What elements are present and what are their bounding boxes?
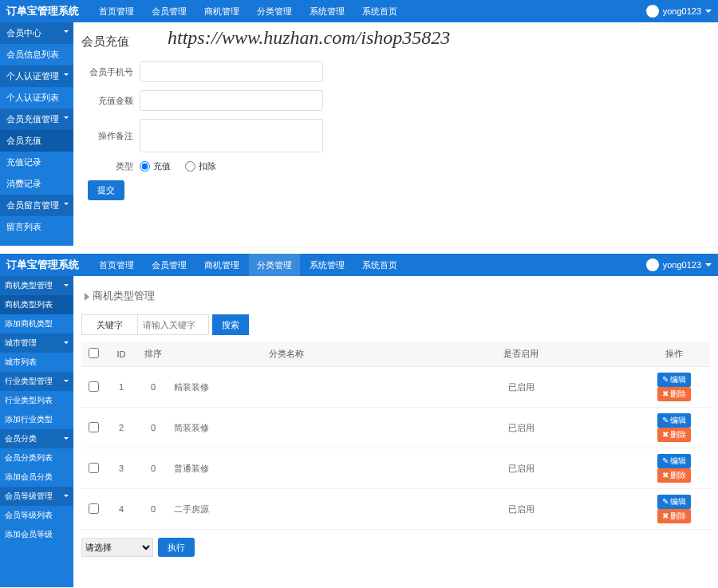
row-checkbox[interactable] <box>89 381 99 392</box>
sidebar-item[interactable]: 会员中心 <box>0 22 73 44</box>
username: yong0123 <box>663 260 701 270</box>
search-button[interactable]: 搜索 <box>212 314 249 335</box>
sidebar-item[interactable]: 会员分类列表 <box>0 448 73 468</box>
sidebar-item[interactable]: 添加会员分类 <box>0 468 73 487</box>
sidebar-item[interactable]: 城市列表 <box>0 353 73 372</box>
table-header: 排序 <box>137 341 169 367</box>
nav-item[interactable]: 首页管理 <box>91 0 142 22</box>
username: yong0123 <box>663 6 701 16</box>
radio-recharge[interactable]: 充值 <box>140 160 171 172</box>
amount-input[interactable] <box>140 90 323 111</box>
user-menu[interactable]: yong0123 <box>646 5 712 18</box>
bulk-execute-button[interactable]: 执行 <box>158 538 195 557</box>
sidebar-item[interactable]: 消费记录 <box>0 173 73 195</box>
row-checkbox[interactable] <box>89 422 99 432</box>
row-checkbox[interactable] <box>89 503 99 514</box>
submit-button[interactable]: 提交 <box>88 180 124 200</box>
delete-button[interactable]: 删除 <box>657 509 692 523</box>
data-table: ID排序分类名称是否启用操作 10精装装修已启用编辑 删除20简装装修已启用编辑… <box>81 341 710 530</box>
radio-deduct[interactable]: 扣除 <box>185 160 216 172</box>
table-row: 10精装装修已启用编辑 删除 <box>81 367 710 408</box>
table-row: 40二手房源已启用编辑 删除 <box>81 489 710 530</box>
table-header: ID <box>105 341 137 367</box>
chevron-down-icon <box>64 73 69 76</box>
user-menu[interactable]: yong0123 <box>646 258 712 271</box>
search-label: 关键字 <box>81 314 137 335</box>
delete-button[interactable]: 删除 <box>657 387 692 401</box>
row-checkbox[interactable] <box>89 463 99 473</box>
table-row: 30普通装修已启用编辑 删除 <box>81 448 710 489</box>
nav-item[interactable]: 分类管理 <box>249 254 300 276</box>
sidebar-item[interactable]: 添加会员等级 <box>0 525 73 544</box>
sidebar-item[interactable]: 会员分类 <box>0 429 73 448</box>
chevron-down-icon <box>64 116 69 119</box>
top-bar-2: 订单宝管理系统 首页管理会员管理商机管理分类管理系统管理系统首页 yong012… <box>0 254 718 276</box>
chevron-down-icon <box>64 341 69 344</box>
nav-item[interactable]: 分类管理 <box>249 0 300 22</box>
edit-button[interactable]: 编辑 <box>657 373 692 387</box>
page-title: 会员充值 <box>81 30 710 53</box>
sidebar-item[interactable]: 城市管理 <box>0 333 73 353</box>
chevron-down-icon <box>64 495 69 497</box>
phone-label: 会员手机号 <box>81 66 133 78</box>
sidebar-item[interactable]: 个人认证列表 <box>0 87 73 109</box>
remark-label: 操作备注 <box>81 130 133 142</box>
table-row: 20简装装修已启用编辑 删除 <box>81 408 710 448</box>
chevron-down-icon <box>705 10 712 13</box>
app-logo: 订单宝管理系统 <box>6 258 79 272</box>
chevron-down-icon <box>64 380 69 382</box>
type-label: 类型 <box>81 160 133 172</box>
sidebar-item[interactable]: 个人认证管理 <box>0 65 73 87</box>
amount-label: 充值金额 <box>81 95 133 107</box>
sidebar-item[interactable]: 会员充值 <box>0 130 73 152</box>
delete-button[interactable]: 删除 <box>657 428 692 442</box>
chevron-down-icon <box>64 30 69 33</box>
chevron-down-icon <box>705 263 712 266</box>
nav-item[interactable]: 商机管理 <box>196 0 247 22</box>
sidebar-item[interactable]: 添加商机类型 <box>0 314 73 333</box>
nav-item[interactable]: 系统管理 <box>302 0 353 22</box>
sidebar-item[interactable]: 商机类型列表 <box>0 295 73 314</box>
nav-item[interactable]: 会员管理 <box>144 254 195 276</box>
table-header: 操作 <box>638 341 710 367</box>
nav-item[interactable]: 系统管理 <box>302 254 353 276</box>
remark-textarea[interactable] <box>140 119 323 152</box>
table-header: 分类名称 <box>169 341 404 367</box>
search-input[interactable] <box>137 314 209 335</box>
sidebar-item[interactable]: 行业类型列表 <box>0 391 73 410</box>
phone-input[interactable] <box>140 61 323 82</box>
edit-button[interactable]: 编辑 <box>657 454 692 468</box>
breadcrumb: 商机类型管理 <box>81 284 710 308</box>
select-all-checkbox[interactable] <box>89 348 99 358</box>
chevron-down-icon <box>64 203 69 205</box>
avatar-icon <box>646 258 659 271</box>
nav-item[interactable]: 商机管理 <box>196 254 247 276</box>
edit-button[interactable]: 编辑 <box>657 413 692 428</box>
table-header: 是否启用 <box>404 341 638 367</box>
sidebar-item[interactable]: 行业类型管理 <box>0 372 73 391</box>
nav-item[interactable]: 系统首页 <box>354 0 405 22</box>
chevron-down-icon <box>64 437 69 440</box>
sidebar-item[interactable]: 会员等级列表 <box>0 506 73 525</box>
sidebar-item[interactable]: 会员等级管理 <box>0 487 73 506</box>
nav-item[interactable]: 首页管理 <box>91 254 142 276</box>
sidebar-item[interactable]: 会员信息列表 <box>0 44 73 65</box>
app-logo: 订单宝管理系统 <box>6 4 79 18</box>
sidebar-item[interactable]: 添加行业类型 <box>0 410 73 429</box>
sidebar-item[interactable]: 留言列表 <box>0 216 73 238</box>
nav-item[interactable]: 会员管理 <box>144 0 195 22</box>
chevron-down-icon <box>64 284 69 286</box>
delete-button[interactable]: 删除 <box>657 468 692 483</box>
sidebar-item[interactable]: 会员留言管理 <box>0 195 73 216</box>
sidebar-item[interactable]: 商机类型管理 <box>0 276 73 295</box>
sidebar-item[interactable]: 会员充值管理 <box>0 109 73 130</box>
edit-button[interactable]: 编辑 <box>657 495 692 509</box>
avatar-icon <box>646 5 659 18</box>
top-bar-1: 订单宝管理系统 首页管理会员管理商机管理分类管理系统管理系统首页 yong012… <box>0 0 718 22</box>
nav-item[interactable]: 系统首页 <box>354 254 405 276</box>
sidebar-item[interactable]: 充值记录 <box>0 152 73 173</box>
bulk-action-select[interactable]: 请选择 <box>81 538 153 557</box>
